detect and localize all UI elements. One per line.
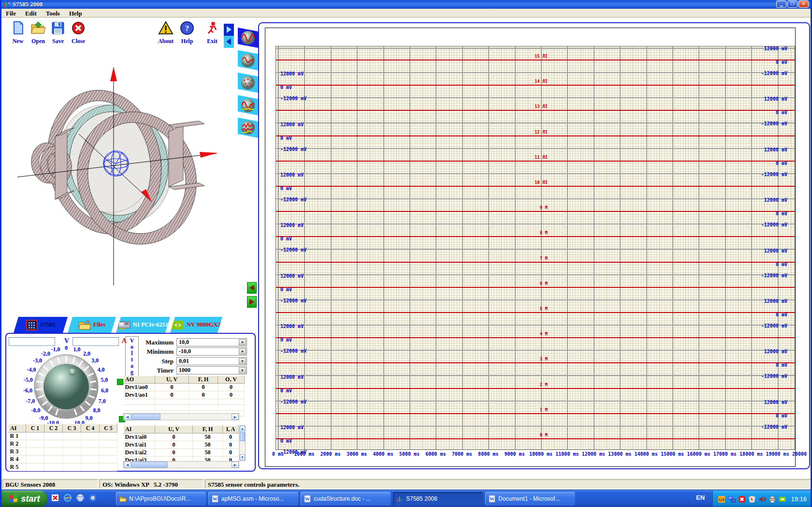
signal-tab-1[interactable] [238, 28, 258, 48]
table-row[interactable]: Dev1/ai10500 [124, 441, 239, 449]
signal-tab-4[interactable] [238, 95, 258, 116]
table-row[interactable]: R 1 [9, 432, 117, 440]
column-header[interactable]: U, V [155, 426, 193, 433]
column-header[interactable]: C 1 [26, 424, 44, 432]
toolbar-about-button[interactable]: About [155, 21, 176, 45]
toolbar-close-button[interactable]: Close [68, 21, 89, 45]
table-row[interactable]: R 3 [9, 448, 117, 456]
voltage-knob[interactable]: -10,0-9,0-8,0-7,0-6,0-5,0-4,0-3,0-2,0-1,… [16, 346, 117, 431]
knob-scale-label: 3,0 [87, 357, 102, 364]
menu-file[interactable]: File [1, 9, 21, 17]
column-header[interactable]: C 5 [100, 424, 117, 432]
column-header[interactable]: AI [9, 424, 26, 432]
y-scale-label: 0 mV [776, 262, 787, 267]
panel-collapse-button[interactable] [224, 36, 234, 48]
svg-text:e: e [67, 495, 69, 501]
start-button[interactable]: start [1, 491, 47, 507]
mail-icon[interactable] [76, 493, 85, 504]
column-header[interactable]: AO [124, 376, 155, 384]
volt-input[interactable] [9, 337, 55, 346]
taskbar-task-1[interactable]: N:\APproBGU\Docs\R... [116, 492, 206, 506]
signal-tab-2[interactable] [238, 50, 258, 71]
toolbar-exit-button[interactable]: Exit [202, 21, 223, 45]
toolbar-label: Save [47, 38, 69, 45]
table-cell: Dev1/ao0 [124, 384, 155, 391]
column-header[interactable]: AI [124, 426, 155, 433]
tab-files[interactable]: Files [68, 317, 116, 333]
column-header[interactable]: O, V [218, 376, 245, 384]
dropdown-arrow-icon[interactable]: ▼ [239, 348, 246, 355]
task-label: cudaStructure.doc - ... [314, 495, 371, 502]
language-indicator[interactable]: EN [696, 494, 705, 501]
network-icon[interactable] [728, 495, 736, 503]
ai-table-hscrollbar[interactable]: ◄► [123, 461, 239, 468]
tab-label: S7585 [40, 321, 56, 328]
table-row[interactable]: Dev1/ai00500 [124, 433, 239, 441]
channel-label: 9 М [514, 205, 548, 210]
toolbar-help-button[interactable]: ?Help [176, 21, 198, 45]
taskbar-task-3[interactable]: WcudaStructure.doc - ... [301, 492, 391, 506]
menu-edit[interactable]: Edit [21, 9, 42, 17]
signal-tab-5[interactable] [238, 118, 258, 138]
table-row[interactable]: R 4 [9, 456, 117, 463]
table-row[interactable]: R 5 [9, 463, 117, 471]
table-row[interactable] [124, 405, 245, 411]
table-row[interactable]: Dev1/ao1000 [124, 391, 245, 399]
menu-help[interactable]: Help [65, 9, 87, 17]
param-dropdown-maximum[interactable]: 10,0▼ [176, 338, 247, 346]
quick-x-icon[interactable] [51, 493, 59, 504]
dropdown-arrow-icon[interactable]: ▼ [239, 367, 246, 373]
toolbar-open-button[interactable]: Open [28, 21, 49, 45]
menu-tools[interactable]: Tools [42, 9, 65, 17]
param-dropdown-step[interactable]: 0,01▼ [176, 357, 247, 365]
table-row[interactable]: Dev1/ai20500 [124, 449, 239, 457]
table-cell [26, 440, 44, 448]
column-header[interactable]: I, A [223, 426, 239, 433]
ai-table-vscrollbar[interactable]: ▲▼ [239, 425, 246, 461]
close-button[interactable]: ✕ [798, 0, 809, 8]
nvidia-tray-icon[interactable] [779, 495, 786, 503]
restore-button[interactable]: ❐ [787, 0, 798, 8]
printer-icon[interactable] [768, 495, 776, 503]
column-header[interactable]: C 3 [63, 424, 81, 432]
mini-run-button-1[interactable] [117, 379, 123, 385]
scroll-right-button[interactable] [247, 296, 257, 308]
volume-icon[interactable] [758, 495, 766, 503]
panel-expand-button[interactable] [224, 24, 234, 36]
tab-s7585[interactable]: S7585 [14, 317, 68, 333]
column-header[interactable]: C 4 [81, 424, 100, 432]
ie-icon[interactable]: e [63, 493, 72, 504]
column-header[interactable]: F, H [193, 426, 223, 433]
taskbar-task-2[interactable]: WapMSG.asm - Microso... [208, 492, 298, 506]
antivirus-x-icon[interactable] [738, 495, 746, 503]
dropdown-arrow-icon[interactable]: ▼ [239, 339, 246, 345]
column-header[interactable]: C 2 [44, 424, 63, 432]
sensor-3d-view[interactable] [5, 53, 223, 295]
column-header[interactable]: U, V [155, 376, 189, 384]
table-row[interactable] [124, 399, 245, 405]
signal-tab-3[interactable] [238, 73, 258, 93]
status-cell-1: BGU Sensors 2008 [2, 479, 98, 489]
param-dropdown-minimum[interactable]: -10,0▼ [176, 347, 247, 356]
y-scale-label: 0 mV [280, 186, 292, 191]
taskbar-task-5[interactable]: WDocument1 - Microsof... [485, 492, 575, 506]
tab-nv-9800gx2[interactable]: NV 9800GX2 [170, 317, 222, 333]
taskbar-task-4[interactable]: S7585 2008 [393, 492, 483, 506]
table-cell: Dev1/ao1 [124, 391, 155, 399]
minimize-button[interactable]: ▁ [776, 0, 786, 8]
param-dropdown-timer[interactable]: 1000▼ [176, 366, 247, 374]
toolbar-new-button[interactable]: New [7, 21, 29, 45]
toolbar-save-button[interactable]: Save [47, 21, 69, 45]
x-tick-label: 20000 ms [784, 452, 810, 457]
scroll-left-button[interactable] [247, 282, 257, 294]
tab-ni-pcie-6251[interactable]: NI PCIe-6251 [116, 317, 170, 333]
media-player-icon[interactable] [88, 493, 97, 504]
table-row[interactable]: R 2 [9, 440, 117, 448]
amp-input[interactable] [72, 337, 119, 346]
v-shield-icon[interactable]: V [748, 495, 756, 503]
table-row[interactable]: Dev1/ao0000 [124, 384, 245, 391]
dropdown-arrow-icon[interactable]: ▼ [239, 358, 246, 364]
ao-table-hscrollbar[interactable]: ◄► [123, 413, 239, 420]
u3-icon[interactable]: U3 [718, 495, 725, 503]
column-header[interactable]: F, H [189, 376, 218, 384]
